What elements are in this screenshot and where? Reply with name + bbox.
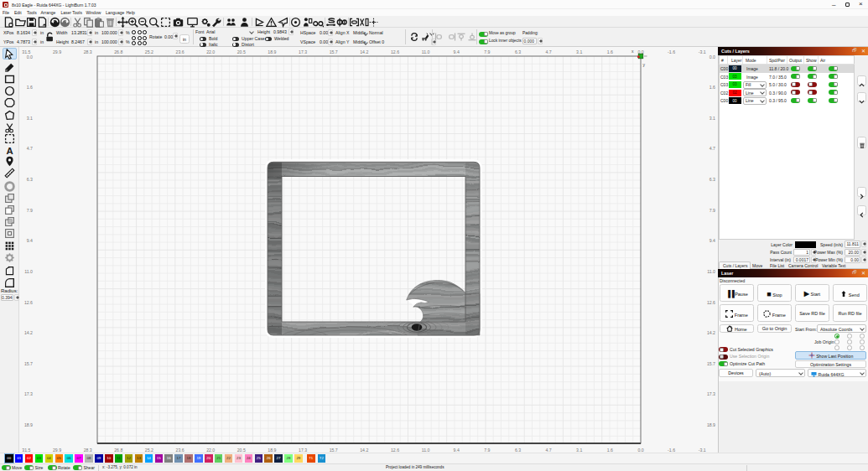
- svg-text:-3.1: -3.1: [699, 49, 706, 54]
- svg-text:12.6: 12.6: [24, 300, 33, 305]
- svg-text:14.2: 14.2: [360, 49, 368, 54]
- svg-text:1.6: 1.6: [27, 85, 33, 90]
- svg-text:22.0: 22.0: [206, 49, 215, 54]
- svg-text:11.0: 11.0: [707, 269, 715, 274]
- svg-text:15.7: 15.7: [330, 49, 338, 54]
- svg-text:3.1: 3.1: [576, 49, 582, 54]
- svg-text:4.7: 4.7: [709, 146, 715, 151]
- svg-text:12.6: 12.6: [707, 300, 715, 305]
- svg-text:17.3: 17.3: [299, 49, 307, 54]
- svg-text:9.4: 9.4: [27, 238, 33, 243]
- svg-text:6.3: 6.3: [27, 177, 33, 182]
- svg-text:6.3: 6.3: [515, 49, 521, 54]
- svg-text:11.0: 11.0: [422, 49, 430, 54]
- svg-text:20.5: 20.5: [237, 49, 246, 54]
- svg-text:12.6: 12.6: [391, 49, 399, 54]
- svg-text:14.2: 14.2: [24, 330, 33, 335]
- svg-text:7.9: 7.9: [27, 208, 33, 213]
- svg-text:18.9: 18.9: [268, 49, 276, 54]
- svg-text:3.1: 3.1: [709, 116, 715, 121]
- svg-text:-1.6: -1.6: [668, 49, 675, 54]
- svg-text:26.8: 26.8: [114, 49, 122, 54]
- svg-text:18.9: 18.9: [707, 422, 715, 427]
- svg-text:23.6: 23.6: [176, 49, 185, 54]
- svg-text:4.7: 4.7: [545, 49, 551, 54]
- svg-text:11.0: 11.0: [24, 269, 33, 274]
- svg-text:1.6: 1.6: [607, 49, 613, 54]
- svg-text:18.9: 18.9: [24, 422, 33, 427]
- svg-text:0.0: 0.0: [709, 54, 715, 60]
- svg-text:9.4: 9.4: [709, 238, 715, 243]
- svg-text:15.7: 15.7: [707, 361, 715, 366]
- svg-text:0.0: 0.0: [27, 54, 33, 60]
- svg-text:14.2: 14.2: [707, 330, 715, 335]
- svg-text:6.3: 6.3: [709, 177, 715, 182]
- svg-text:29.9: 29.9: [53, 49, 61, 54]
- svg-text:A: A: [6, 145, 13, 155]
- svg-text:3.1: 3.1: [27, 116, 33, 121]
- svg-text:7.9: 7.9: [484, 49, 490, 54]
- svg-text:4.7: 4.7: [27, 146, 33, 151]
- svg-text:17.3: 17.3: [707, 391, 715, 396]
- svg-text:25.2: 25.2: [145, 49, 153, 54]
- svg-text:9.4: 9.4: [454, 49, 460, 54]
- svg-text:1.6: 1.6: [709, 85, 715, 90]
- svg-text:17.3: 17.3: [24, 391, 33, 396]
- svg-text:15.7: 15.7: [24, 361, 33, 366]
- svg-text:28.3: 28.3: [84, 49, 92, 54]
- svg-text:7.9: 7.9: [709, 208, 715, 213]
